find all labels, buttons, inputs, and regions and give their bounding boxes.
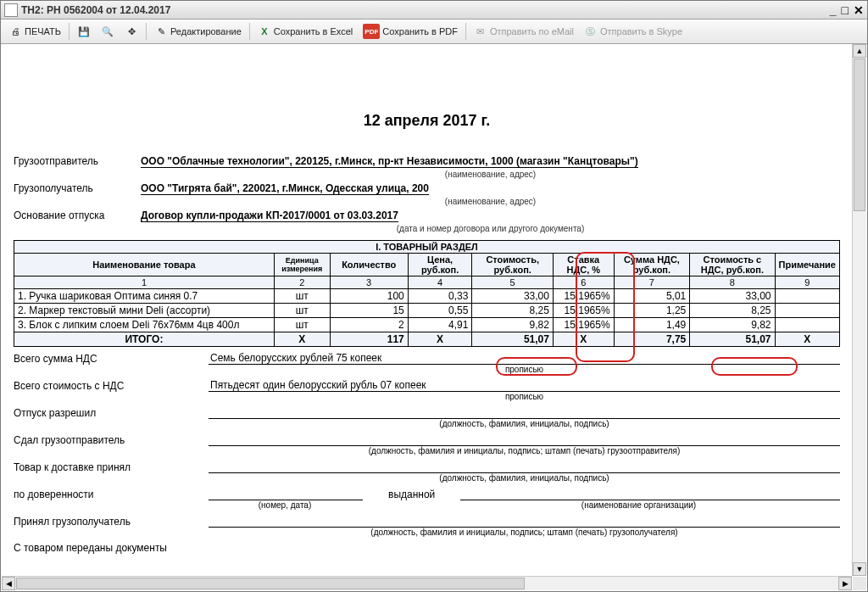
save-excel-label: Сохранить в Excel bbox=[274, 26, 353, 36]
horizontal-scrollbar[interactable]: ◀ ▶ bbox=[2, 576, 852, 590]
col-qty: Количество bbox=[330, 254, 408, 276]
accepted-sub: (должность, фамилия, инициалы, подпись) bbox=[209, 473, 840, 483]
col-cost: Стоимость, руб.коп. bbox=[472, 254, 553, 276]
receiver-value: ООО "Тигрята бай", 220021, г.Минск, Одес… bbox=[141, 182, 429, 195]
vat-sum-label: Всего сумма НДС bbox=[14, 353, 209, 365]
send-skype-label: Отправить в Skype bbox=[600, 26, 682, 36]
scroll-right-button[interactable]: ▶ bbox=[838, 577, 852, 590]
save-pdf-button[interactable]: PDF Сохранить в PDF bbox=[359, 21, 462, 42]
magnifier-icon: 🔍 bbox=[101, 25, 114, 38]
sender-sub: (наименование, адрес) bbox=[141, 170, 840, 179]
col-name: Наименование товара bbox=[14, 254, 275, 276]
proxy-org-sub: (наименование организации) bbox=[437, 500, 840, 510]
document-page: 12 апреля 2017 г. Грузоотправитель ООО "… bbox=[2, 44, 852, 564]
send-email-button[interactable]: ✉ Отправить по eMail bbox=[470, 22, 578, 41]
edit-icon: ✎ bbox=[154, 25, 168, 38]
email-icon: ✉ bbox=[474, 25, 487, 38]
coln-9: 9 bbox=[775, 276, 839, 289]
preview-button[interactable]: 🔍 bbox=[97, 22, 119, 41]
coln-1: 1 bbox=[14, 276, 275, 289]
app-window: ТН2: РН 0562004 от 12.04.2017 _ □ ✕ 🖨 ПЕ… bbox=[0, 0, 868, 592]
proxy-num-sub: (номер, дата) bbox=[209, 500, 361, 510]
sender-handed-sub: (должность, фамилия и инициалы, подпись;… bbox=[209, 446, 840, 455]
basis-label: Основание отпуска bbox=[14, 209, 141, 222]
released-label: Отпуск разрешил bbox=[14, 407, 209, 419]
document-icon bbox=[4, 3, 18, 17]
col-vat-sum: Сумма НДС, руб.коп. bbox=[614, 254, 690, 276]
table-row: 2. Маркер текстовый мини Deli (ассорти) … bbox=[14, 304, 840, 318]
save-pdf-label: Сохранить в PDF bbox=[382, 26, 458, 36]
maximize-button[interactable]: □ bbox=[842, 3, 849, 17]
basis-sub: (дата и номер договора или другого докум… bbox=[141, 224, 840, 233]
pdf-icon: PDF bbox=[363, 24, 380, 39]
total-row: ИТОГО: X 117 X 51,07 X 7,75 51,07 X bbox=[14, 332, 840, 347]
vat-sum-sub: прописью bbox=[209, 365, 840, 374]
minimize-button[interactable]: _ bbox=[830, 3, 837, 17]
scroll-up-button[interactable]: ▲ bbox=[853, 44, 866, 58]
date-heading: 12 апреля 2017 г. bbox=[14, 112, 840, 130]
scroll-corner bbox=[853, 577, 866, 590]
coln-6: 6 bbox=[553, 276, 614, 289]
receiver-sub: (наименование, адрес) bbox=[141, 197, 840, 206]
printer-icon: 🖨 bbox=[8, 25, 22, 38]
scroll-left-button[interactable]: ◀ bbox=[2, 577, 15, 590]
close-button[interactable]: ✕ bbox=[854, 3, 864, 17]
col-vat-rate: Ставка НДС, % bbox=[553, 254, 614, 276]
total-sub: прописью bbox=[209, 392, 840, 401]
print-button[interactable]: 🖨 ПЕЧАТЬ bbox=[4, 22, 65, 41]
vertical-scrollbar[interactable]: ▲ ▼ bbox=[852, 44, 866, 576]
toolbar: 🖨 ПЕЧАТЬ 💾 🔍 ✥ ✎ Редактирование X Сохран… bbox=[1, 20, 867, 44]
coln-3: 3 bbox=[330, 276, 408, 289]
proxy-issued: выданной bbox=[363, 489, 460, 500]
sender-value: ООО "Облачные технологии", 220125, г.Мин… bbox=[141, 155, 638, 168]
scroll-down-button[interactable]: ▼ bbox=[853, 562, 866, 576]
hscroll-thumb[interactable] bbox=[16, 578, 525, 589]
send-email-label: Отправить по eMail bbox=[490, 26, 574, 36]
save-icon: 💾 bbox=[77, 25, 91, 38]
coln-2: 2 bbox=[274, 276, 330, 289]
table-row: 3. Блок с липким слоем Deli 76х76мм 4цв … bbox=[14, 318, 840, 332]
total-text: Пятьдесят один белорусский рубль 07 копе… bbox=[209, 379, 840, 392]
save-excel-button[interactable]: X Сохранить в Excel bbox=[253, 22, 358, 41]
sender-handed-label: Сдал грузоотправитель bbox=[14, 434, 209, 446]
receiver-accepted-label: Принял грузополучатель bbox=[14, 516, 209, 528]
titlebar: ТН2: РН 0562004 от 12.04.2017 _ □ ✕ bbox=[1, 1, 867, 20]
docs-label: С товаром переданы документы bbox=[14, 542, 234, 554]
receiver-accepted-sub: (должность, фамилия и инициалы, подпись;… bbox=[209, 528, 840, 537]
coln-4: 4 bbox=[408, 276, 472, 289]
basis-value: Договор купли-продажи КП-2017/0001 от 03… bbox=[141, 209, 398, 222]
window-title: ТН2: РН 0562004 от 12.04.2017 bbox=[21, 4, 170, 16]
send-skype-button[interactable]: Ⓢ Отправить в Skype bbox=[580, 22, 687, 41]
move-button[interactable]: ✥ bbox=[120, 22, 142, 41]
receiver-label: Грузополучатель bbox=[14, 182, 141, 195]
print-label: ПЕЧАТЬ bbox=[25, 26, 61, 36]
coln-8: 8 bbox=[690, 276, 775, 289]
edit-button[interactable]: ✎ Редактирование bbox=[150, 22, 246, 41]
vat-sum-text: Семь белорусских рублей 75 копеек bbox=[209, 352, 840, 365]
proxy-label: по доверенности bbox=[14, 489, 209, 500]
edit-label: Редактирование bbox=[170, 26, 242, 36]
total-label: Всего стоимость с НДС bbox=[14, 380, 209, 392]
col-unit: Единица измерения bbox=[274, 254, 330, 276]
section-title: I. ТОВАРНЫЙ РАЗДЕЛ bbox=[14, 241, 840, 254]
table-row: 1. Ручка шариковая Оптима синяя 0.7 шт 1… bbox=[14, 289, 840, 304]
accepted-label: Товар к доставке принял bbox=[14, 461, 209, 473]
coln-7: 7 bbox=[614, 276, 690, 289]
document-viewport: 12 апреля 2017 г. Грузоотправитель ООО "… bbox=[2, 44, 852, 576]
excel-icon: X bbox=[258, 25, 271, 38]
goods-table: I. ТОВАРНЫЙ РАЗДЕЛ Наименование товара Е… bbox=[14, 240, 840, 347]
save-icon-button[interactable]: 💾 bbox=[73, 22, 95, 41]
released-sub: (должность, фамилия, инициалы, подпись) bbox=[209, 419, 840, 428]
scroll-thumb[interactable] bbox=[854, 59, 865, 211]
col-note: Примечание bbox=[775, 254, 839, 276]
skype-icon: Ⓢ bbox=[584, 25, 598, 38]
coln-5: 5 bbox=[472, 276, 553, 289]
col-price: Цена, руб.коп. bbox=[408, 254, 472, 276]
col-total: Стоимость с НДС, руб.коп. bbox=[690, 254, 775, 276]
move-icon: ✥ bbox=[125, 25, 138, 38]
sender-label: Грузоотправитель bbox=[14, 155, 141, 168]
